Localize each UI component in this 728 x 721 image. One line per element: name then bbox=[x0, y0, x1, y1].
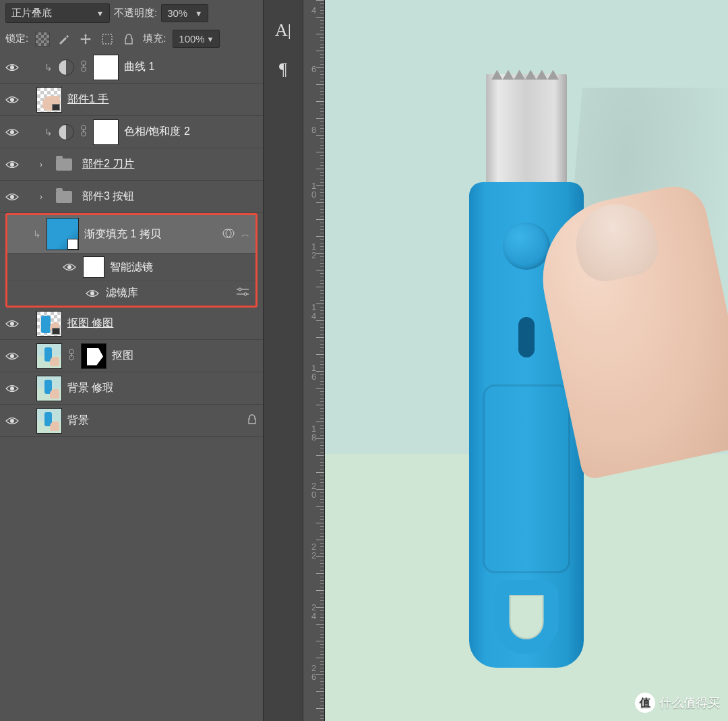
highlighted-selection: ↳ 渐变填充 1 拷贝 ︿ 智能滤镜 滤镜 bbox=[5, 213, 257, 308]
svg-point-21 bbox=[10, 354, 14, 358]
filter-gallery-row[interactable]: 滤镜库 bbox=[7, 281, 255, 306]
smart-object-badge-icon bbox=[52, 328, 60, 335]
filter-name: 滤镜库 bbox=[106, 286, 230, 300]
layer-thumbnail[interactable] bbox=[47, 218, 79, 250]
watermark-text: 什么值得买 bbox=[659, 695, 720, 711]
layer-row[interactable]: ↳ 曲线 1 bbox=[0, 51, 263, 84]
lock-all-icon[interactable] bbox=[121, 32, 136, 47]
smart-filters-row[interactable]: 智能滤镜 bbox=[7, 254, 255, 281]
layer-row[interactable]: › 部件2 刀片 bbox=[0, 148, 263, 181]
layer-name: 渐变填充 1 拷贝 bbox=[84, 227, 216, 241]
chevron-down-icon: ▼ bbox=[96, 9, 104, 18]
ruler-tick: 2 6 bbox=[303, 668, 324, 677]
visibility-eye-icon[interactable] bbox=[84, 289, 100, 298]
clip-indicator-icon: ↳ bbox=[44, 127, 53, 138]
smart-filters-label: 智能滤镜 bbox=[110, 260, 250, 275]
lock-move-icon[interactable] bbox=[78, 32, 93, 47]
visibility-eye-icon[interactable] bbox=[4, 95, 20, 105]
layer-name: 部件3 按钮 bbox=[82, 190, 257, 204]
svg-point-17 bbox=[239, 288, 241, 291]
visibility-eye-icon[interactable] bbox=[4, 192, 20, 202]
watermark-badge-icon: 值 bbox=[635, 693, 655, 713]
layers-panel: 正片叠底 ▼ 不透明度: 30% ▼ 锁定: bbox=[0, 0, 263, 721]
layer-row[interactable]: 背景 bbox=[0, 405, 263, 437]
adjustment-icon bbox=[58, 124, 74, 140]
layer-thumbnail[interactable] bbox=[36, 87, 62, 113]
folder-icon bbox=[51, 184, 77, 210]
layer-name: 部件2 刀片 bbox=[82, 157, 257, 171]
opacity-value: 30% bbox=[167, 7, 187, 19]
layer-thumbnail[interactable] bbox=[36, 376, 62, 401]
ruler-tick: 1 8 bbox=[303, 428, 324, 438]
type-options-bar: A| ¶ bbox=[263, 0, 303, 721]
visibility-eye-icon[interactable] bbox=[4, 416, 20, 426]
visibility-eye-icon[interactable] bbox=[4, 63, 20, 72]
layer-row[interactable]: ↳ 色相/饱和度 2 bbox=[0, 116, 263, 148]
layer-thumbnail[interactable] bbox=[36, 343, 62, 369]
ruler-tick: 1 6 bbox=[303, 368, 324, 377]
opacity-dropdown[interactable]: 30% ▼ bbox=[161, 4, 208, 22]
layer-name: 色相/饱和度 2 bbox=[124, 125, 257, 139]
visibility-eye-icon[interactable] bbox=[4, 127, 20, 137]
visibility-eye-icon[interactable] bbox=[4, 384, 20, 393]
filter-mask-thumbnail[interactable] bbox=[83, 256, 104, 278]
ruler-tick: 1 2 bbox=[303, 246, 324, 256]
ruler-tick: 4 bbox=[303, 5, 324, 15]
svg-point-15 bbox=[90, 291, 94, 295]
svg-point-11 bbox=[10, 195, 14, 199]
visibility-eye-icon[interactable] bbox=[4, 319, 20, 328]
link-icon bbox=[80, 60, 88, 74]
layer-row[interactable]: 抠图 修图 bbox=[0, 308, 263, 340]
text-cursor-icon[interactable]: A| bbox=[275, 20, 291, 40]
disclosure-triangle-icon[interactable]: › bbox=[36, 160, 46, 169]
svg-point-14 bbox=[67, 265, 71, 269]
layer-name: 背景 修瑕 bbox=[67, 381, 257, 395]
disclosure-triangle-icon[interactable]: › bbox=[36, 192, 46, 202]
ruler-tick: 6 bbox=[303, 64, 324, 74]
link-icon bbox=[67, 349, 75, 363]
layer-name: 抠图 修图 bbox=[67, 316, 257, 330]
smart-object-badge-icon bbox=[52, 104, 60, 111]
lock-brush-icon[interactable] bbox=[57, 32, 71, 47]
blend-mode-value: 正片叠底 bbox=[11, 7, 52, 20]
layer-row[interactable]: 部件1 手 bbox=[0, 84, 263, 116]
filter-options-icon[interactable] bbox=[235, 287, 250, 299]
lock-transparency-icon[interactable] bbox=[35, 32, 50, 47]
collapse-filters-icon[interactable]: ︿ bbox=[241, 229, 250, 240]
visibility-eye-icon[interactable] bbox=[4, 351, 20, 361]
svg-point-6 bbox=[10, 130, 14, 134]
fill-label: 填充: bbox=[143, 32, 166, 45]
layer-row[interactable]: › 部件3 按钮 bbox=[0, 181, 263, 213]
layer-row[interactable]: 抠图 bbox=[0, 340, 263, 372]
svg-point-26 bbox=[10, 419, 14, 423]
visibility-eye-icon[interactable] bbox=[61, 262, 78, 272]
layer-name: 抠图 bbox=[112, 349, 257, 363]
visibility-eye-icon[interactable] bbox=[4, 160, 20, 169]
mask-thumbnail[interactable] bbox=[93, 55, 119, 80]
ruler-tick: 2 4 bbox=[303, 607, 324, 616]
clip-indicator-icon: ↳ bbox=[33, 229, 41, 239]
ruler-tick: 1 0 bbox=[303, 185, 324, 195]
blend-indicator-icon bbox=[222, 227, 235, 242]
ruler-tick: 1 4 bbox=[303, 307, 324, 316]
svg-rect-0 bbox=[102, 34, 112, 44]
document-canvas[interactable]: 值 什么值得买 bbox=[325, 0, 728, 721]
svg-point-1 bbox=[10, 65, 14, 69]
pilcrow-icon[interactable]: ¶ bbox=[279, 59, 287, 80]
ruler-tick: 2 0 bbox=[303, 486, 324, 495]
fill-value: 100% bbox=[179, 33, 204, 45]
mask-thumbnail[interactable] bbox=[93, 119, 119, 145]
layer-options-row: 正片叠底 ▼ 不透明度: 30% ▼ bbox=[0, 0, 263, 26]
layer-thumbnail[interactable] bbox=[36, 311, 62, 337]
lock-label: 锁定: bbox=[5, 32, 28, 45]
layer-row-selected[interactable]: ↳ 渐变填充 1 拷贝 ︿ bbox=[7, 215, 255, 254]
layer-name: 部件1 手 bbox=[67, 92, 257, 107]
fill-dropdown[interactable]: 100% ▼ bbox=[173, 30, 220, 48]
chevron-down-icon: ▼ bbox=[206, 35, 214, 43]
lock-artboard-icon[interactable] bbox=[100, 32, 115, 47]
blend-mode-dropdown[interactable]: 正片叠底 ▼ bbox=[5, 3, 110, 23]
layer-row[interactable]: 背景 修瑕 bbox=[0, 372, 263, 405]
layer-thumbnail[interactable] bbox=[36, 408, 62, 434]
svg-point-10 bbox=[10, 163, 14, 167]
mask-thumbnail[interactable] bbox=[81, 343, 107, 369]
